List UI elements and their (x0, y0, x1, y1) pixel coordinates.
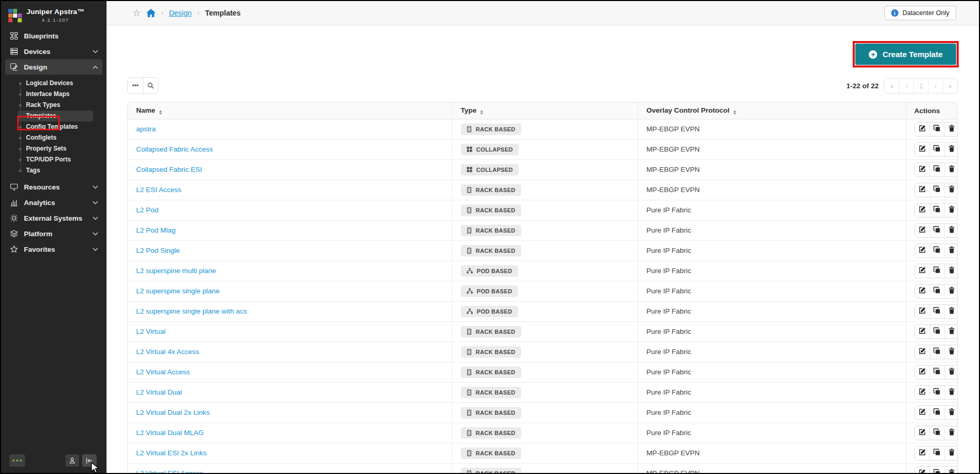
delete-button[interactable] (944, 406, 958, 419)
clone-button[interactable] (930, 345, 944, 359)
template-link[interactable]: L2 Pod Mlag (136, 226, 176, 234)
template-link[interactable]: Collapsed Fabric ESI (136, 166, 202, 173)
template-link[interactable]: L2 superspine multi plane (136, 267, 216, 275)
sidebar-item-resources[interactable]: Resources (5, 179, 102, 195)
edit-button[interactable] (915, 244, 930, 258)
edit-button[interactable] (915, 183, 930, 197)
sidebar-item-favorites[interactable]: Favorites (5, 241, 102, 257)
clone-button[interactable] (930, 244, 944, 258)
status-dots-icon[interactable] (9, 454, 25, 467)
sidebar-item-devices[interactable]: Devices (5, 44, 102, 59)
first-page-icon[interactable]: « (884, 79, 899, 93)
sidebar-subitem-rack-types[interactable]: Rack Types (26, 100, 107, 111)
edit-button[interactable] (915, 406, 930, 419)
clone-button[interactable] (930, 426, 944, 440)
clone-button[interactable] (930, 467, 944, 474)
edit-button[interactable] (915, 224, 930, 237)
template-link[interactable]: L2 Virtual ESI Access (136, 469, 203, 474)
delete-button[interactable] (944, 183, 958, 197)
clone-button[interactable] (930, 386, 944, 399)
clone-button[interactable] (930, 446, 944, 460)
delete-button[interactable] (944, 123, 958, 136)
template-link[interactable]: L2 Virtual 4x Access (136, 348, 199, 356)
clone-button[interactable] (930, 123, 944, 136)
next-page-icon[interactable]: › (928, 79, 943, 93)
home-icon[interactable] (147, 9, 155, 17)
template-link[interactable]: apstra (136, 125, 156, 133)
create-template-button[interactable]: + Create Template (855, 44, 956, 65)
template-link[interactable]: L2 Virtual Access (136, 368, 190, 376)
delete-button[interactable] (944, 224, 958, 237)
clone-button[interactable] (930, 305, 944, 318)
sidebar-subitem-tags[interactable]: Tags (26, 165, 107, 176)
template-link[interactable]: L2 Virtual ESI 2x Links (136, 449, 207, 457)
datacenter-only-badge[interactable]: i Datacenter Only (884, 6, 956, 20)
template-link[interactable]: L2 ESI Access (136, 186, 181, 194)
edit-button[interactable] (915, 143, 930, 156)
collapse-sidebar-icon[interactable] (82, 454, 97, 467)
sidebar-subitem-tcp-udp-ports[interactable]: TCP/UDP Ports (26, 154, 107, 165)
template-link[interactable]: Collapsed Fabric Access (136, 145, 213, 153)
edit-button[interactable] (915, 426, 930, 440)
sidebar-item-platform[interactable]: Platform (5, 226, 102, 241)
sidebar-subitem-property-sets[interactable]: Property Sets (26, 143, 107, 154)
delete-button[interactable] (944, 426, 958, 440)
edit-button[interactable] (915, 365, 930, 379)
previous-page-icon[interactable]: ‹ (899, 79, 913, 93)
template-link[interactable]: L2 Virtual Dual (136, 388, 182, 396)
delete-button[interactable] (944, 305, 958, 318)
page-number[interactable]: 1 (913, 79, 928, 93)
clone-button[interactable] (930, 183, 944, 197)
clone-button[interactable] (930, 264, 944, 278)
sidebar-subitem-interface-maps[interactable]: Interface Maps (26, 89, 107, 100)
sidebar-subitem-logical-devices[interactable]: Logical Devices (26, 78, 107, 89)
clone-button[interactable] (930, 406, 944, 419)
edit-button[interactable] (915, 264, 930, 278)
edit-button[interactable] (915, 325, 930, 338)
edit-button[interactable] (915, 305, 930, 318)
clone-button[interactable] (930, 204, 944, 217)
favorite-star-icon[interactable]: ☆ (133, 8, 141, 18)
clone-button[interactable] (930, 163, 944, 177)
edit-button[interactable] (915, 446, 930, 460)
delete-button[interactable] (944, 204, 958, 217)
sidebar-item-design[interactable]: Design (5, 59, 102, 75)
delete-button[interactable] (944, 365, 958, 379)
delete-button[interactable] (944, 467, 958, 474)
sidebar-item-blueprints[interactable]: Blueprints (5, 28, 102, 44)
column-header-type[interactable]: Type (452, 103, 638, 119)
edit-button[interactable] (915, 467, 930, 474)
breadcrumb-design-link[interactable]: Design (169, 9, 192, 17)
clone-button[interactable] (930, 224, 944, 237)
edit-button[interactable] (915, 386, 930, 399)
delete-button[interactable] (944, 163, 958, 177)
delete-button[interactable] (944, 345, 958, 359)
delete-button[interactable] (944, 325, 958, 338)
sidebar-subitem-configlets[interactable]: Configlets (26, 132, 107, 143)
sidebar-subitem-config-templates[interactable]: Config Templates (26, 121, 107, 132)
template-link[interactable]: L2 Virtual (136, 328, 166, 335)
template-link[interactable]: L2 Virtual Dual MLAG (136, 429, 204, 437)
edit-button[interactable] (915, 204, 930, 217)
template-link[interactable]: L2 superspine single plane (136, 287, 220, 295)
last-page-icon[interactable]: » (943, 79, 957, 93)
template-link[interactable]: L2 Pod (136, 206, 158, 214)
template-link[interactable]: L2 Pod Single (136, 247, 180, 254)
delete-button[interactable] (944, 143, 958, 156)
sidebar-subitem-templates[interactable]: Templates (18, 111, 93, 121)
clone-button[interactable] (930, 285, 944, 298)
column-header-name[interactable]: Name (128, 103, 452, 119)
edit-button[interactable] (915, 123, 930, 136)
edit-button[interactable] (915, 345, 930, 359)
clone-button[interactable] (930, 325, 944, 338)
edit-button[interactable] (915, 163, 930, 177)
delete-button[interactable] (944, 386, 958, 399)
sidebar-item-external-systems[interactable]: External Systems (5, 210, 102, 226)
clone-button[interactable] (930, 143, 944, 156)
delete-button[interactable] (944, 446, 958, 460)
clone-button[interactable] (930, 365, 944, 379)
delete-button[interactable] (944, 285, 958, 298)
search-icon[interactable] (143, 78, 158, 93)
column-header-overlay[interactable]: Overlay Control Protocol (638, 103, 906, 119)
template-link[interactable]: L2 Virtual Dual 2x Links (136, 409, 210, 416)
